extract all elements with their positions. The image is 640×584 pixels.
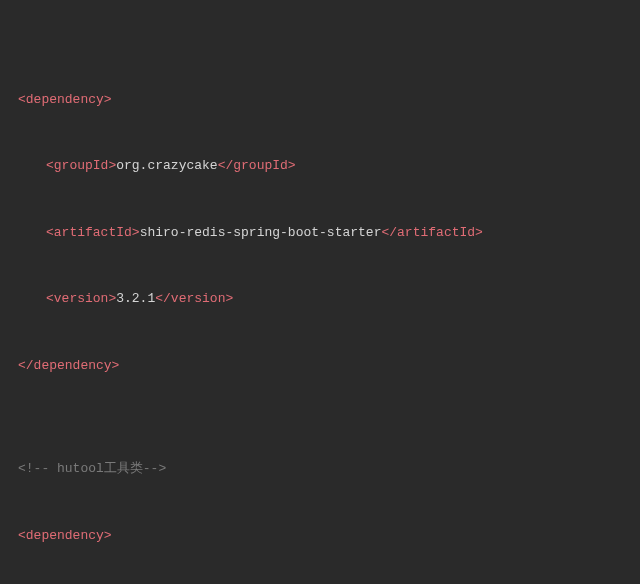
version-value: 3.2.1 [116,291,155,306]
dependency-open-tag: <dependency> [18,528,112,543]
version-open-tag: <version> [46,291,116,306]
artifactid-open-tag: <artifactId> [46,225,140,240]
groupid-open-tag: <groupId> [46,158,116,173]
groupid-value: org.crazycake [116,158,217,173]
artifactid-close-tag: </artifactId> [381,225,482,240]
xml-code-block: <dependency> <groupId>org.crazycake</gro… [0,0,640,584]
xml-comment: <!-- hutool工具类--> [18,461,166,476]
groupid-close-tag: </groupId> [218,158,296,173]
dependency-close-tag: </dependency> [18,358,119,373]
artifactid-value: shiro-redis-spring-boot-starter [140,225,382,240]
version-close-tag: </version> [155,291,233,306]
dependency-open-tag: <dependency> [18,92,112,107]
